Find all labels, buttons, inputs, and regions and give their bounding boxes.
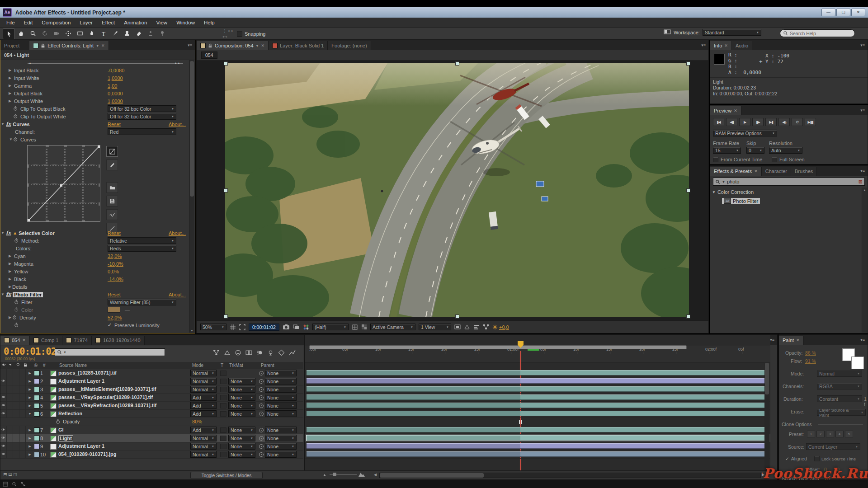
grapheditor-icon[interactable] <box>289 349 296 356</box>
menu-edit[interactable]: Edit <box>19 19 38 27</box>
reset-link[interactable]: Reset <box>108 122 121 127</box>
layer-name[interactable]: Light <box>58 435 73 441</box>
solo-toggle[interactable] <box>13 434 19 442</box>
solo-toggle[interactable] <box>13 394 19 401</box>
timeline-horizontal-scrollbar[interactable] <box>379 473 761 478</box>
flowchart-icon[interactable] <box>483 324 489 330</box>
audio-toggle[interactable] <box>7 426 13 434</box>
previous-frame-button[interactable]: ◀▮ <box>726 118 737 126</box>
resolution-dropdown[interactable]: Auto <box>769 147 802 154</box>
blend-mode-dropdown[interactable]: Add <box>190 427 217 433</box>
eye-icon[interactable] <box>1 436 6 441</box>
layer-duration-bar[interactable] <box>307 403 768 408</box>
curve-tool-icon[interactable] <box>106 146 118 157</box>
parent-dropdown[interactable]: None <box>265 378 297 385</box>
property-value[interactable]: 0,0000 <box>108 91 123 96</box>
property-magenta[interactable]: ▶Magenta-10,0% <box>0 260 189 267</box>
source-name-column-header[interactable]: Source Name <box>59 363 87 368</box>
channels-icon[interactable] <box>303 324 309 330</box>
expander-icon[interactable]: ▶ <box>27 380 33 383</box>
solo-toggle[interactable] <box>13 410 19 418</box>
resolution-dropdown[interactable]: (Half) <box>312 324 349 330</box>
effect-controls-scrollbar[interactable]: ▼ <box>189 60 194 333</box>
puppet-pin-tool[interactable] <box>156 28 168 38</box>
parent-dropdown[interactable]: None <box>265 410 297 417</box>
maximize-button[interactable]: ▢ <box>836 9 850 16</box>
layer-name[interactable]: Adjustment Layer 1 <box>58 443 104 449</box>
label-color-swatch[interactable] <box>34 387 40 392</box>
property-dropdown[interactable]: Off for 32 bpc Color <box>108 105 176 112</box>
tab-brushes[interactable]: Brushes <box>791 167 817 176</box>
frameblend-icon[interactable] <box>245 349 252 356</box>
property-dropdown[interactable]: Off for 32 bpc Color <box>108 113 176 120</box>
full-screen-checkbox[interactable]: Full Screen <box>772 157 805 162</box>
layer-name[interactable]: passes__ltiMatteElement[10289-10371].tif <box>58 386 156 392</box>
viewer-timecode[interactable]: 0:00:01:02 <box>249 324 279 331</box>
track-row-layer-1[interactable] <box>305 369 770 377</box>
layer-duration-bar[interactable] <box>307 451 768 457</box>
color-swatch[interactable] <box>108 307 120 313</box>
play-button[interactable]: ▶ <box>739 118 750 126</box>
track-row-layer-10[interactable] <box>305 450 770 459</box>
layer-row-2[interactable]: ▶2Adjustment Layer 1NormalNoneNone <box>0 377 303 385</box>
from-current-time-checkbox[interactable]: From Current Time <box>713 157 762 162</box>
property-dropdown[interactable]: Reds <box>108 245 176 252</box>
selection-handle[interactable] <box>686 188 690 192</box>
track-row-layer-3[interactable] <box>305 385 770 394</box>
stencil-toggle[interactable] <box>220 427 226 433</box>
expander-icon[interactable]: ▶ <box>27 445 33 448</box>
property-black[interactable]: ▶Black-14,0% <box>0 275 189 283</box>
video-toggle[interactable] <box>0 369 7 377</box>
menu-animation[interactable]: Animation <box>119 19 151 27</box>
expander-icon[interactable]: ▶ <box>27 371 33 375</box>
eraser-tool[interactable] <box>133 28 144 38</box>
motionblur-icon[interactable] <box>256 349 263 356</box>
effect-header-curves[interactable]: ▼fxCurvesResetAbout... <box>0 120 189 128</box>
stopwatch-icon[interactable] <box>13 136 19 142</box>
label-color-swatch[interactable] <box>34 395 40 400</box>
close-tab-icon[interactable]: ✕ <box>754 169 758 174</box>
parent-column-header[interactable]: Parent <box>261 363 274 368</box>
stopwatch-icon[interactable] <box>56 419 61 425</box>
duration-dropdown[interactable]: Constant <box>817 395 862 402</box>
current-time-display[interactable]: 0:00:01:02 <box>4 346 56 357</box>
stencil-toggle[interactable] <box>220 395 226 400</box>
blend-mode-dropdown[interactable]: Normal <box>190 443 217 450</box>
stencil-toggle[interactable] <box>220 379 226 384</box>
zoom-tool[interactable] <box>27 28 38 38</box>
checkbox-checked[interactable]: ✓ <box>108 322 112 328</box>
label-color-swatch[interactable] <box>34 403 40 408</box>
flowchart-status-icon[interactable] <box>20 482 26 487</box>
property-input-white[interactable]: ▶Input White1,0000 <box>0 74 189 82</box>
parent-pickwhip-icon[interactable] <box>259 371 264 375</box>
expand-collapse-icons[interactable]: ⬒ ⬓ ◫ <box>3 472 17 477</box>
trkmat-dropdown[interactable]: None <box>228 410 255 417</box>
trkmat-dropdown[interactable]: None <box>228 402 255 409</box>
flowchart-icon[interactable] <box>213 349 220 356</box>
flow-value[interactable]: 91 % <box>805 358 816 364</box>
brush-tool[interactable] <box>109 28 121 38</box>
property-value[interactable]: 0,0% <box>108 269 119 274</box>
property-output-white[interactable]: ▶Output White1,0000 <box>0 97 189 105</box>
selection-handle[interactable] <box>455 314 459 319</box>
layer-duration-bar[interactable] <box>307 386 768 392</box>
parent-pickwhip-icon[interactable] <box>259 452 264 457</box>
transparency-grid-icon[interactable] <box>361 324 367 330</box>
close-tab-icon[interactable]: ✕ <box>734 108 737 113</box>
blend-mode-dropdown[interactable]: Add <box>190 402 217 409</box>
property-group-details[interactable]: ▶Details <box>0 283 189 291</box>
about-link[interactable]: About... <box>169 230 186 236</box>
clear-search-icon[interactable]: ⊠ <box>859 179 863 185</box>
rect-mask-tool[interactable] <box>74 28 85 38</box>
solo-toggle[interactable] <box>13 369 19 377</box>
eye-icon[interactable] <box>1 404 6 408</box>
mode-dropdown[interactable]: Normal <box>817 370 862 377</box>
layer-name[interactable]: GI <box>58 427 64 432</box>
layer-duration-bar[interactable] <box>307 394 768 400</box>
loop-button[interactable]: ⟳ <box>792 118 803 126</box>
parent-dropdown[interactable]: None <box>265 427 297 433</box>
lock-toggle[interactable] <box>19 426 26 434</box>
track-row-layer-6[interactable] <box>305 410 770 418</box>
clone-preset-2[interactable]: 2 <box>816 431 825 437</box>
parent-dropdown[interactable]: None <box>265 443 297 450</box>
